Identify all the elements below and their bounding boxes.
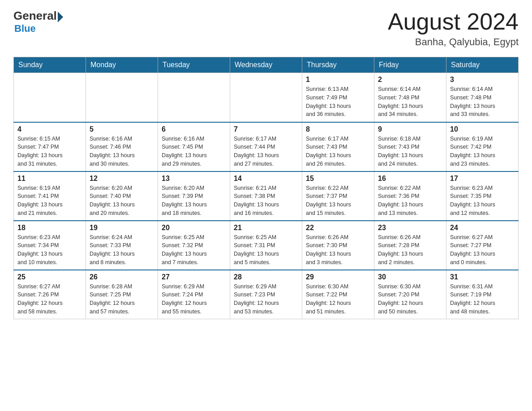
calendar-table: SundayMondayTuesdayWednesdayThursdayFrid… bbox=[13, 57, 519, 319]
calendar-day-cell bbox=[14, 73, 86, 122]
calendar-day-cell: 29Sunrise: 6:30 AM Sunset: 7:22 PM Dayli… bbox=[302, 270, 374, 319]
day-info: Sunrise: 6:20 AM Sunset: 7:40 PM Dayligh… bbox=[90, 184, 154, 218]
day-info: Sunrise: 6:17 AM Sunset: 7:43 PM Dayligh… bbox=[306, 135, 370, 168]
day-info: Sunrise: 6:14 AM Sunset: 7:48 PM Dayligh… bbox=[378, 85, 442, 119]
day-info: Sunrise: 6:31 AM Sunset: 7:19 PM Dayligh… bbox=[450, 283, 515, 316]
day-info: Sunrise: 6:19 AM Sunset: 7:41 PM Dayligh… bbox=[17, 184, 82, 218]
column-header-monday: Monday bbox=[86, 57, 158, 73]
month-title: August 2024 bbox=[388, 9, 519, 34]
day-number: 26 bbox=[90, 273, 154, 281]
calendar-day-cell: 19Sunrise: 6:24 AM Sunset: 7:33 PM Dayli… bbox=[86, 221, 158, 270]
location-title: Banha, Qalyubia, Egypt bbox=[388, 36, 519, 48]
logo-blue-text: Blue bbox=[14, 23, 63, 34]
day-number: 31 bbox=[450, 273, 515, 281]
calendar-day-cell: 16Sunrise: 6:22 AM Sunset: 7:36 PM Dayli… bbox=[374, 171, 446, 221]
day-info: Sunrise: 6:26 AM Sunset: 7:28 PM Dayligh… bbox=[378, 233, 442, 267]
calendar-day-cell: 18Sunrise: 6:23 AM Sunset: 7:34 PM Dayli… bbox=[14, 221, 86, 270]
day-number: 25 bbox=[17, 273, 82, 281]
day-info: Sunrise: 6:21 AM Sunset: 7:38 PM Dayligh… bbox=[234, 184, 298, 218]
calendar-day-cell: 23Sunrise: 6:26 AM Sunset: 7:28 PM Dayli… bbox=[374, 221, 446, 270]
calendar-day-cell: 26Sunrise: 6:28 AM Sunset: 7:25 PM Dayli… bbox=[86, 270, 158, 319]
calendar-day-cell: 21Sunrise: 6:25 AM Sunset: 7:31 PM Dayli… bbox=[230, 221, 302, 270]
day-info: Sunrise: 6:16 AM Sunset: 7:45 PM Dayligh… bbox=[162, 135, 226, 168]
column-header-friday: Friday bbox=[374, 57, 446, 73]
calendar-day-cell: 28Sunrise: 6:29 AM Sunset: 7:23 PM Dayli… bbox=[230, 270, 302, 319]
day-number: 28 bbox=[234, 273, 298, 281]
calendar-day-cell: 3Sunrise: 6:14 AM Sunset: 7:48 PM Daylig… bbox=[446, 73, 519, 122]
calendar-week-row: 25Sunrise: 6:27 AM Sunset: 7:26 PM Dayli… bbox=[14, 270, 519, 319]
day-info: Sunrise: 6:19 AM Sunset: 7:42 PM Dayligh… bbox=[450, 135, 515, 168]
day-info: Sunrise: 6:29 AM Sunset: 7:23 PM Dayligh… bbox=[234, 283, 298, 316]
day-number: 24 bbox=[450, 224, 515, 232]
calendar-day-cell: 9Sunrise: 6:18 AM Sunset: 7:43 PM Daylig… bbox=[374, 122, 446, 171]
calendar-day-cell: 14Sunrise: 6:21 AM Sunset: 7:38 PM Dayli… bbox=[230, 171, 302, 221]
day-number: 22 bbox=[306, 224, 370, 232]
day-info: Sunrise: 6:30 AM Sunset: 7:22 PM Dayligh… bbox=[306, 283, 370, 316]
day-number: 4 bbox=[17, 125, 82, 133]
day-info: Sunrise: 6:28 AM Sunset: 7:25 PM Dayligh… bbox=[90, 283, 154, 316]
calendar-day-cell: 13Sunrise: 6:20 AM Sunset: 7:39 PM Dayli… bbox=[158, 171, 230, 221]
day-number: 27 bbox=[162, 273, 226, 281]
day-info: Sunrise: 6:29 AM Sunset: 7:24 PM Dayligh… bbox=[162, 283, 226, 316]
day-info: Sunrise: 6:15 AM Sunset: 7:47 PM Dayligh… bbox=[17, 135, 82, 168]
calendar-day-cell: 1Sunrise: 6:13 AM Sunset: 7:49 PM Daylig… bbox=[302, 73, 374, 122]
calendar-day-cell: 15Sunrise: 6:22 AM Sunset: 7:37 PM Dayli… bbox=[302, 171, 374, 221]
day-number: 20 bbox=[162, 224, 226, 232]
calendar-day-cell: 22Sunrise: 6:26 AM Sunset: 7:30 PM Dayli… bbox=[302, 221, 374, 270]
day-info: Sunrise: 6:14 AM Sunset: 7:48 PM Dayligh… bbox=[450, 85, 515, 119]
day-number: 15 bbox=[306, 175, 370, 183]
day-info: Sunrise: 6:23 AM Sunset: 7:35 PM Dayligh… bbox=[450, 184, 515, 218]
calendar-day-cell: 30Sunrise: 6:30 AM Sunset: 7:20 PM Dayli… bbox=[374, 270, 446, 319]
day-number: 5 bbox=[90, 125, 154, 133]
calendar-day-cell: 8Sunrise: 6:17 AM Sunset: 7:43 PM Daylig… bbox=[302, 122, 374, 171]
column-header-tuesday: Tuesday bbox=[158, 57, 230, 73]
day-info: Sunrise: 6:20 AM Sunset: 7:39 PM Dayligh… bbox=[162, 184, 226, 218]
day-info: Sunrise: 6:27 AM Sunset: 7:27 PM Dayligh… bbox=[450, 233, 515, 267]
calendar-day-cell: 31Sunrise: 6:31 AM Sunset: 7:19 PM Dayli… bbox=[446, 270, 519, 319]
title-section: August 2024 Banha, Qalyubia, Egypt bbox=[388, 9, 519, 48]
calendar-week-row: 11Sunrise: 6:19 AM Sunset: 7:41 PM Dayli… bbox=[14, 171, 519, 221]
calendar-day-cell bbox=[86, 73, 158, 122]
calendar-day-cell: 10Sunrise: 6:19 AM Sunset: 7:42 PM Dayli… bbox=[446, 122, 519, 171]
day-info: Sunrise: 6:22 AM Sunset: 7:36 PM Dayligh… bbox=[378, 184, 442, 218]
day-info: Sunrise: 6:30 AM Sunset: 7:20 PM Dayligh… bbox=[378, 283, 442, 316]
day-number: 1 bbox=[306, 76, 370, 84]
day-number: 30 bbox=[378, 273, 442, 281]
day-info: Sunrise: 6:27 AM Sunset: 7:26 PM Dayligh… bbox=[17, 283, 82, 316]
day-number: 21 bbox=[234, 224, 298, 232]
day-number: 23 bbox=[378, 224, 442, 232]
day-info: Sunrise: 6:23 AM Sunset: 7:34 PM Dayligh… bbox=[17, 233, 82, 267]
calendar-day-cell: 25Sunrise: 6:27 AM Sunset: 7:26 PM Dayli… bbox=[14, 270, 86, 319]
day-info: Sunrise: 6:25 AM Sunset: 7:32 PM Dayligh… bbox=[162, 233, 226, 267]
page-header: General Blue August 2024 Banha, Qalyubia… bbox=[13, 9, 519, 48]
day-number: 3 bbox=[450, 76, 515, 84]
day-info: Sunrise: 6:16 AM Sunset: 7:46 PM Dayligh… bbox=[90, 135, 154, 168]
day-number: 9 bbox=[378, 125, 442, 133]
column-header-saturday: Saturday bbox=[446, 57, 519, 73]
calendar-week-row: 4Sunrise: 6:15 AM Sunset: 7:47 PM Daylig… bbox=[14, 122, 519, 171]
day-number: 2 bbox=[378, 76, 442, 84]
calendar-header-row: SundayMondayTuesdayWednesdayThursdayFrid… bbox=[14, 57, 519, 73]
column-header-thursday: Thursday bbox=[302, 57, 374, 73]
calendar-day-cell: 11Sunrise: 6:19 AM Sunset: 7:41 PM Dayli… bbox=[14, 171, 86, 221]
day-number: 7 bbox=[234, 125, 298, 133]
column-header-sunday: Sunday bbox=[14, 57, 86, 73]
day-info: Sunrise: 6:26 AM Sunset: 7:30 PM Dayligh… bbox=[306, 233, 370, 267]
calendar-day-cell: 17Sunrise: 6:23 AM Sunset: 7:35 PM Dayli… bbox=[446, 171, 519, 221]
calendar-day-cell: 27Sunrise: 6:29 AM Sunset: 7:24 PM Dayli… bbox=[158, 270, 230, 319]
calendar-day-cell: 12Sunrise: 6:20 AM Sunset: 7:40 PM Dayli… bbox=[86, 171, 158, 221]
calendar-week-row: 18Sunrise: 6:23 AM Sunset: 7:34 PM Dayli… bbox=[14, 221, 519, 270]
calendar-week-row: 1Sunrise: 6:13 AM Sunset: 7:49 PM Daylig… bbox=[14, 73, 519, 122]
day-number: 10 bbox=[450, 125, 515, 133]
day-info: Sunrise: 6:18 AM Sunset: 7:43 PM Dayligh… bbox=[378, 135, 442, 168]
logo: General Blue bbox=[13, 9, 63, 34]
day-number: 29 bbox=[306, 273, 370, 281]
day-number: 19 bbox=[90, 224, 154, 232]
day-number: 12 bbox=[90, 175, 154, 183]
calendar-day-cell: 6Sunrise: 6:16 AM Sunset: 7:45 PM Daylig… bbox=[158, 122, 230, 171]
day-info: Sunrise: 6:25 AM Sunset: 7:31 PM Dayligh… bbox=[234, 233, 298, 267]
calendar-day-cell: 7Sunrise: 6:17 AM Sunset: 7:44 PM Daylig… bbox=[230, 122, 302, 171]
day-number: 8 bbox=[306, 125, 370, 133]
day-number: 16 bbox=[378, 175, 442, 183]
logo-arrow-icon bbox=[58, 12, 63, 22]
